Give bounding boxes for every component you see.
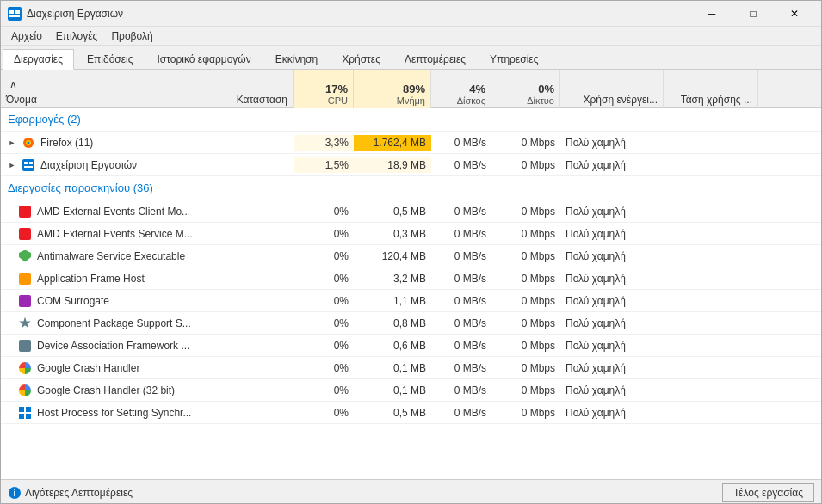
sort-arrow-icon: ∧ bbox=[6, 75, 21, 94]
table-row[interactable]: Google Crash Handler (32 bit) 0% 0,1 MB … bbox=[1, 379, 821, 402]
tab-startup[interactable]: Εκκίνηση bbox=[264, 48, 329, 69]
close-button[interactable]: ✕ bbox=[775, 1, 814, 27]
svg-text:i: i bbox=[14, 489, 16, 498]
table-row[interactable]: AMD External Events Client Mo... 0% 0,5 … bbox=[1, 200, 821, 223]
col-memory[interactable]: 89% Μνήμη bbox=[354, 70, 431, 108]
energy-trend-firefox bbox=[664, 141, 758, 144]
menu-file[interactable]: Αρχείο bbox=[4, 28, 49, 44]
app-icon bbox=[8, 7, 22, 21]
bottom-bar: i Λιγότερες Λεπτομέρειες Τέλος εργασίας bbox=[1, 479, 821, 504]
section-background: Διεργασίες παρασκηνίου (36) bbox=[1, 176, 821, 200]
process-name-device: Device Association Framework ... bbox=[1, 337, 207, 354]
energy-firefox: Πολύ χαμηλή bbox=[560, 135, 664, 151]
energy-trend-taskmgr bbox=[664, 163, 758, 167]
col-energy-trend[interactable]: Τάση χρήσης ... bbox=[664, 70, 758, 108]
process-name-taskmgr: ► Διαχείριση Εργασιών bbox=[1, 157, 207, 174]
gear-icon bbox=[18, 317, 32, 330]
process-name-google-crash32: Google Crash Handler (32 bit) bbox=[1, 382, 207, 399]
tab-performance[interactable]: Επιδόσεις bbox=[76, 48, 145, 69]
table-body: Εφαρμογές (2) ► Firefox (11) 3,3% 1.762,… bbox=[1, 108, 821, 479]
menu-options[interactable]: Επιλογές bbox=[49, 28, 105, 44]
table-row[interactable]: Google Crash Handler 0% 0,1 MB 0 MB/s 0 … bbox=[1, 357, 821, 379]
svg-rect-8 bbox=[24, 162, 28, 164]
minimize-button[interactable]: ─ bbox=[692, 1, 732, 27]
table-row[interactable]: ► Firefox (11) 3,3% 1.762,4 MB 0 MB/s 0 … bbox=[1, 132, 821, 154]
device-icon bbox=[18, 339, 32, 353]
expand-arrow-icon[interactable]: ► bbox=[8, 161, 16, 169]
col-energy[interactable]: Χρήση ενέργει... bbox=[560, 70, 664, 108]
disk-taskmgr: 0 MB/s bbox=[431, 157, 491, 173]
info-icon: i bbox=[8, 486, 22, 500]
energy-taskmgr: Πολύ χαμηλή bbox=[560, 157, 664, 173]
col-status[interactable]: Κατάσταση bbox=[207, 70, 294, 108]
svg-rect-12 bbox=[26, 407, 31, 412]
menu-view[interactable]: Προβολή bbox=[104, 28, 159, 44]
table-header: ∧ Όνομα Κατάσταση 17% CPU 89% Μνήμη 4% Δ… bbox=[1, 70, 821, 108]
process-name-hostprocess: Host Process for Setting Synchr... bbox=[1, 404, 207, 421]
expand-arrow-icon[interactable]: ► bbox=[8, 138, 16, 147]
host-icon bbox=[18, 272, 32, 286]
tab-users[interactable]: Χρήστες bbox=[331, 48, 392, 69]
tab-processes[interactable]: Διεργασίες bbox=[3, 49, 74, 70]
tabs-bar: Διεργασίες Επιδόσεις Ιστορικό εφαρμογών … bbox=[1, 46, 821, 70]
process-name-amd-service: AMD External Events Service M... bbox=[1, 225, 207, 243]
process-name-amd-client: AMD External Events Client Mo... bbox=[1, 203, 207, 220]
cpu-taskmgr: 1,5% bbox=[294, 157, 354, 173]
menu-bar: Αρχείο Επιλογές Προβολή bbox=[1, 27, 821, 46]
svg-rect-9 bbox=[29, 162, 33, 164]
taskmgr-icon bbox=[22, 158, 35, 172]
status-firefox bbox=[207, 141, 294, 144]
svg-rect-3 bbox=[9, 15, 20, 17]
tab-services[interactable]: Υπηρεσίες bbox=[479, 48, 549, 69]
status-taskmgr bbox=[207, 163, 294, 167]
network-taskmgr: 0 Mbps bbox=[491, 157, 560, 173]
svg-rect-7 bbox=[22, 159, 34, 171]
table-row[interactable]: Antimalware Service Executable 0% 120,4 … bbox=[1, 245, 821, 267]
svg-rect-2 bbox=[15, 10, 20, 14]
col-network[interactable]: 0% Δίκτυο bbox=[491, 70, 560, 108]
col-name[interactable]: ∧ Όνομα bbox=[1, 70, 207, 108]
process-name-component: Component Package Support S... bbox=[1, 315, 207, 332]
col-disk[interactable]: 4% Δίσκος bbox=[431, 70, 491, 108]
tab-app-history[interactable]: Ιστορικό εφαρμογών bbox=[146, 48, 263, 69]
svg-rect-13 bbox=[19, 414, 24, 419]
table-row[interactable]: Host Process for Setting Synchr... 0% 0,… bbox=[1, 402, 821, 424]
svg-rect-10 bbox=[24, 166, 33, 168]
table-row[interactable]: Device Association Framework ... 0% 0,6 … bbox=[1, 335, 821, 357]
google-icon bbox=[18, 361, 32, 375]
table-row[interactable]: COM Surrogate 0% 1,1 MB 0 MB/s 0 Mbps Πο… bbox=[1, 290, 821, 312]
amd-service-icon bbox=[18, 227, 32, 241]
section-apps: Εφαρμογές (2) bbox=[1, 108, 821, 132]
end-task-button[interactable]: Τέλος εργασίας bbox=[722, 483, 814, 502]
shield-icon bbox=[18, 249, 32, 263]
title-bar: Διαχείριση Εργασιών ─ □ ✕ bbox=[1, 1, 821, 27]
table-row[interactable]: Application Frame Host 0% 3,2 MB 0 MB/s … bbox=[1, 267, 821, 290]
window-title: Διαχείριση Εργασιών bbox=[27, 8, 123, 20]
less-details-button[interactable]: i Λιγότερες Λεπτομέρειες bbox=[8, 486, 133, 500]
firefox-icon bbox=[22, 136, 35, 150]
svg-rect-14 bbox=[26, 414, 31, 419]
disk-firefox: 0 MB/s bbox=[431, 135, 491, 151]
svg-rect-11 bbox=[19, 407, 24, 412]
cpu-firefox: 3,3% bbox=[294, 135, 354, 151]
table-row[interactable]: AMD External Events Service M... 0% 0,3 … bbox=[1, 223, 821, 245]
main-content: ∧ Όνομα Κατάσταση 17% CPU 89% Μνήμη 4% Δ… bbox=[1, 70, 821, 479]
col-cpu[interactable]: 17% CPU bbox=[294, 70, 354, 108]
maximize-button[interactable]: □ bbox=[733, 1, 773, 27]
amd-icon bbox=[18, 205, 32, 218]
com-icon bbox=[18, 294, 32, 308]
window-controls: ─ □ ✕ bbox=[692, 1, 814, 27]
memory-taskmgr: 18,9 MB bbox=[354, 157, 431, 173]
svg-rect-1 bbox=[9, 10, 14, 14]
tab-details[interactable]: Λεπτομέρειες bbox=[393, 48, 477, 69]
svg-point-6 bbox=[28, 141, 30, 144]
network-firefox: 0 Mbps bbox=[491, 135, 560, 151]
process-name-com: COM Surrogate bbox=[1, 292, 207, 310]
process-name-firefox: ► Firefox (11) bbox=[1, 134, 207, 151]
windows-icon bbox=[18, 406, 32, 420]
table-row[interactable]: ► Διαχείριση Εργασιών 1,5% 18,9 MB 0 MB/… bbox=[1, 154, 821, 176]
process-name-google-crash: Google Crash Handler bbox=[1, 360, 207, 377]
table-row[interactable]: Component Package Support S... 0% 0,8 MB… bbox=[1, 312, 821, 335]
process-name-appframe: Application Frame Host bbox=[1, 270, 207, 287]
google-32-icon bbox=[18, 384, 32, 397]
